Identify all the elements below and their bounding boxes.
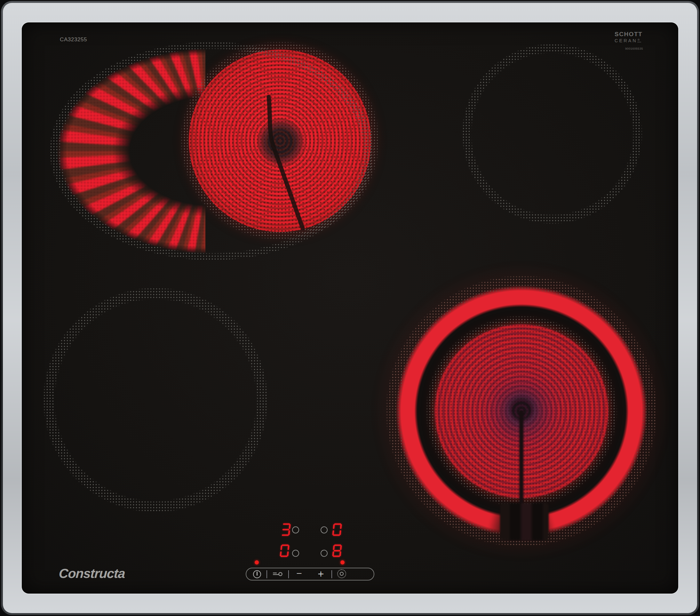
rear-left-zone-outline	[50, 41, 374, 260]
schott-ceran-logo: SCHOTT CERAN® 9001605535	[615, 31, 650, 50]
registered-mark: ®	[637, 38, 641, 42]
rear-right-level-display	[332, 522, 342, 537]
control-divider	[266, 570, 267, 578]
front-right-level-display	[332, 543, 342, 558]
dual-zone-icon[interactable]	[337, 569, 346, 578]
touch-control-bar	[246, 568, 374, 580]
rear-right-zone-select-dot[interactable]	[321, 526, 328, 533]
front-left-zone-select-dot[interactable]	[292, 550, 299, 557]
front-right-connector-block	[500, 503, 549, 540]
model-code: CA323255	[60, 36, 87, 43]
minus-button[interactable]: −	[294, 568, 304, 580]
front-left-zone-outline	[43, 287, 268, 513]
left-indicator-dot	[255, 560, 259, 565]
dual-zone-icon-inner	[340, 572, 343, 576]
control-divider	[288, 570, 289, 578]
cooktop: CA323255 SCHOTT CERAN® 9001605535 Constr…	[0, 0, 700, 616]
right-indicator-dot	[340, 560, 345, 565]
control-divider	[332, 570, 332, 578]
front-left-level-display	[279, 543, 289, 558]
rear-left-zone-select-dot[interactable]	[292, 526, 299, 533]
brand-logo: Constructa	[59, 566, 125, 581]
schott-logo-line1: SCHOTT	[615, 31, 650, 38]
serial-number: 9001605535	[625, 47, 650, 50]
plus-button[interactable]: +	[315, 568, 326, 580]
front-right-zone-select-dot[interactable]	[321, 550, 328, 557]
rear-left-level-display	[280, 522, 291, 537]
rear-right-zone-outline	[462, 44, 642, 224]
schott-logo-line2: CERAN®	[615, 38, 650, 43]
front-right-element-stem	[518, 410, 524, 507]
power-icon-bar	[257, 571, 258, 576]
child-lock-key-icon[interactable]	[273, 571, 283, 577]
